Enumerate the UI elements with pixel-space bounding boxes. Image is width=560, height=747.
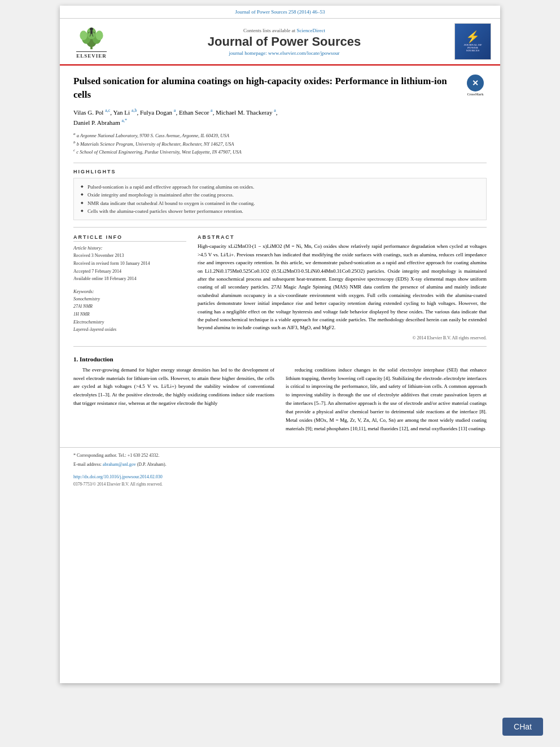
- highlights-label: HIGHLIGHTS: [73, 169, 487, 174]
- email-note: E-mail address: abraham@anl.gov (D.P. Ab…: [73, 461, 487, 468]
- article-info-col: ARTICLE INFO Article history: Received 3…: [73, 234, 186, 340]
- intro-col-1: The ever-growing demand for higher energ…: [73, 366, 274, 433]
- highlights-box: Pulsed-sonication is a rapid and effecti…: [73, 178, 487, 221]
- elsevier-logo: ELSEVIER: [69, 25, 114, 59]
- article-info-section: ARTICLE INFO Article history: Received 3…: [73, 234, 186, 282]
- highlight-item-1: Pulsed-sonication is a rapid and effecti…: [81, 183, 479, 191]
- introduction-section: 1. Introduction The ever-growing demand …: [73, 356, 487, 433]
- citation-text: Journal of Power Sources 258 (2014) 46–5…: [235, 9, 325, 15]
- abstract-section: ABSTRACT High-capacity xLi2MnO3·(1 − x)L…: [198, 234, 487, 340]
- power-bolt-icon: ⚡: [466, 31, 480, 42]
- highlights-section: HIGHLIGHTS Pulsed-sonication is a rapid …: [73, 169, 487, 221]
- keywords-label: Keywords:: [73, 289, 186, 294]
- received-date: Received 3 November 2013 Received in rev…: [73, 252, 186, 282]
- article-page: Journal of Power Sources 258 (2014) 46–5…: [60, 6, 500, 683]
- abstract-text: High-capacity xLi2MnO3·(1 − x)LiMO2 (M =…: [198, 242, 487, 331]
- affiliation-c: c c School of Chemical Engineering, Purd…: [73, 147, 487, 156]
- chat-button[interactable]: CHat: [502, 718, 543, 736]
- highlight-item-2: Oxide integrity and morphology is mainta…: [81, 191, 479, 199]
- science-direct-text: Contents lists available at ScienceDirec…: [114, 28, 454, 33]
- highlight-item-4: Cells with the alumina-coated particles …: [81, 207, 479, 215]
- info-abstract-row: ARTICLE INFO Article history: Received 3…: [73, 234, 487, 340]
- highlight-item-3: NMR data indicate that octahedral Al bou…: [81, 199, 479, 207]
- page-footer: * Corresponding author. Tel.: +1 630 252…: [60, 447, 500, 490]
- journal-center: Contents lists available at ScienceDirec…: [114, 28, 454, 56]
- article-content: Pulsed sonication for alumina coatings o…: [60, 65, 500, 442]
- article-info-title: ARTICLE INFO: [73, 234, 186, 242]
- copyright-line: © 2014 Elsevier B.V. All rights reserved…: [198, 335, 487, 340]
- journal-logo-right: ⚡ JOURNAL OFPOWERSOURCES: [454, 23, 491, 60]
- svg-rect-8: [90, 30, 93, 34]
- journal-title-header: Journal of Power Sources: [114, 34, 454, 49]
- journal-header: ELSEVIER Contents lists available at Sci…: [60, 19, 500, 65]
- doi-link[interactable]: http://dx.doi.org/10.1016/j.jpowsour.201…: [73, 474, 163, 479]
- intro-heading: 1. Introduction: [73, 356, 487, 362]
- crossmark-badge: ✕ CrossMark: [464, 75, 487, 97]
- keywords-list: Sonochemistry 27Al NMR 1H NMR Electroche…: [73, 295, 186, 334]
- affiliation-b: b b Materials Science Program, Universit…: [73, 139, 487, 148]
- science-direct-link[interactable]: ScienceDirect: [297, 28, 325, 33]
- journal-citation: Journal of Power Sources 258 (2014) 46–5…: [60, 6, 500, 19]
- email-link[interactable]: abraham@anl.gov: [103, 462, 136, 467]
- issn-line: 0378-7753/© 2014 Elsevier B.V. All right…: [73, 482, 487, 487]
- svg-point-7: [90, 27, 93, 30]
- authors-line: Vilas G. Pol a,c, Yan Li a,b, Fulya Doga…: [73, 107, 487, 128]
- svg-point-5: [80, 30, 87, 40]
- elsevier-tree-icon: [75, 25, 108, 50]
- divider-2: [73, 227, 487, 228]
- svg-point-6: [96, 30, 103, 40]
- divider-3: [73, 346, 487, 347]
- intro-two-col: The ever-growing demand for higher energ…: [73, 366, 487, 433]
- crossmark-label: CrossMark: [467, 92, 483, 97]
- crossmark-icon: ✕: [467, 75, 484, 91]
- intro-para-1: The ever-growing demand for higher energ…: [73, 366, 274, 408]
- affiliations: a a Argonne National Laboratory, 9700 S.…: [73, 131, 487, 156]
- intro-col-2: reducing conditions induce changes in th…: [286, 366, 487, 433]
- corresponding-author-note: * Corresponding author. Tel.: +1 630 252…: [73, 452, 487, 459]
- history-label: Article history:: [73, 245, 186, 251]
- article-title: Pulsed sonication for alumina coatings o…: [73, 75, 487, 102]
- affiliation-a: a a Argonne National Laboratory, 9700 S.…: [73, 131, 487, 139]
- intro-para-2: reducing conditions induce changes in th…: [286, 366, 487, 433]
- elsevier-label: ELSEVIER: [76, 51, 107, 59]
- divider-1: [73, 163, 487, 163]
- journal-homepage: journal homepage: www.elsevier.com/locat…: [114, 50, 454, 56]
- abstract-label: ABSTRACT: [198, 234, 487, 240]
- keywords-section: Keywords: Sonochemistry 27Al NMR 1H NMR …: [73, 289, 186, 334]
